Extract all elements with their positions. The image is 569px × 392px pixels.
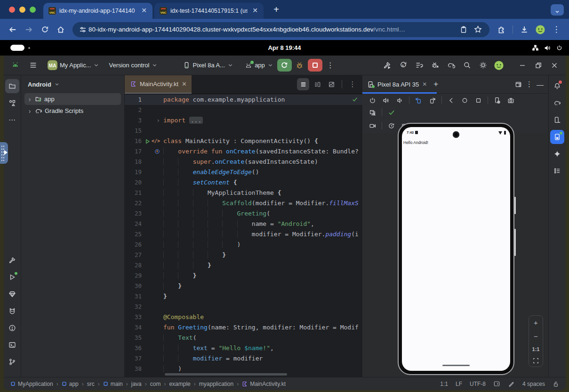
code-line-22[interactable]: 22 Scaffold(modifier = Modifier.fillMaxS bbox=[125, 198, 362, 208]
attach-debugger-button[interactable] bbox=[428, 59, 441, 72]
browser-menu-icon[interactable]: ⋮ bbox=[549, 23, 563, 37]
stop-button[interactable] bbox=[308, 59, 322, 72]
code-line-33[interactable]: 33@Composable bbox=[125, 312, 362, 322]
expand-chevron-icon[interactable]: › bbox=[27, 107, 32, 115]
code-editor[interactable]: 1package com.example.myapplication23›imp… bbox=[125, 94, 362, 377]
emulator-screen[interactable]: 7:43 Hello Android! bbox=[402, 127, 510, 371]
tool-stripe-gradle[interactable] bbox=[550, 96, 564, 110]
code-line-21[interactable]: 21 MyApplicationTheme { bbox=[125, 188, 362, 198]
vnc-control-handle[interactable] bbox=[0, 142, 8, 164]
breadcrumb-item[interactable]: com bbox=[150, 381, 161, 387]
address-bar[interactable]: 80-idx-my-android-app-1744140290428.clus… bbox=[72, 22, 489, 37]
project-view-selector[interactable]: Android bbox=[21, 75, 124, 93]
tool-stripe-problems[interactable] bbox=[5, 321, 19, 335]
tree-item-gradle-scripts[interactable]: ›Gradle Scripts bbox=[24, 105, 121, 117]
code-line-23[interactable]: 23 Greeting( bbox=[125, 208, 362, 219]
build-button[interactable] bbox=[380, 59, 393, 72]
code-line-20[interactable]: 20 setContent { bbox=[125, 177, 362, 188]
camera-button[interactable] bbox=[505, 95, 517, 106]
vol-up-button[interactable] bbox=[380, 95, 393, 106]
reset-button[interactable] bbox=[385, 120, 398, 131]
restore-window-button[interactable] bbox=[532, 59, 545, 72]
zoom-window-button[interactable] bbox=[30, 7, 36, 13]
run-list-button[interactable] bbox=[412, 59, 425, 72]
zoom-out-button[interactable]: − bbox=[534, 332, 538, 340]
highlighting-pen-icon[interactable] bbox=[508, 380, 515, 387]
nav-overview-button[interactable] bbox=[472, 95, 485, 106]
code-line-17[interactable]: 17 override fun onCreate(savedInstanceSt… bbox=[125, 146, 362, 157]
layout-options-icon[interactable] bbox=[515, 81, 522, 88]
tab-close-icon[interactable]: ✕ bbox=[182, 80, 187, 88]
more-actions-icon[interactable]: ⋮ bbox=[324, 59, 337, 72]
tool-stripe-run-tool[interactable] bbox=[5, 270, 19, 284]
tool-stripe-insights[interactable] bbox=[5, 287, 19, 301]
breadcrumb-item[interactable]: src bbox=[87, 381, 95, 387]
lock-icon[interactable] bbox=[553, 381, 559, 387]
nav-home-button[interactable] bbox=[458, 95, 471, 106]
vol-down-button[interactable] bbox=[393, 95, 406, 106]
line-separator[interactable]: LF bbox=[456, 381, 462, 387]
code-line-31[interactable]: 31} bbox=[125, 291, 362, 302]
code-line-15[interactable]: 15 bbox=[125, 126, 362, 136]
power-icon[interactable] bbox=[556, 45, 562, 51]
run-config-selector[interactable]: app bbox=[242, 58, 276, 72]
minimize-window-button[interactable] bbox=[516, 59, 529, 72]
avatar-button[interactable] bbox=[492, 59, 505, 72]
nav-back-button[interactable] bbox=[445, 95, 457, 106]
inspection-ok-icon[interactable] bbox=[352, 96, 358, 103]
minimize-window-button[interactable] bbox=[19, 7, 25, 13]
horizontal-scrollbar[interactable] bbox=[165, 373, 287, 376]
code-line-34[interactable]: 34fun Greeting(name: String, modifier: M… bbox=[125, 322, 362, 333]
rotate-left-button[interactable] bbox=[412, 95, 425, 106]
tool-stripe-more[interactable]: ⋯ bbox=[5, 113, 19, 127]
emulator-phone-frame[interactable]: 7:43 Hello Android! bbox=[398, 123, 514, 375]
profile-app-button[interactable]: A bbox=[396, 59, 409, 72]
code-line-25[interactable]: 25 modifier = Modifier.padding(i bbox=[125, 229, 362, 240]
add-device-tab-button[interactable]: + bbox=[433, 80, 438, 89]
tool-stripe-terminal[interactable] bbox=[5, 338, 19, 352]
tool-stripe-running-devices[interactable] bbox=[550, 130, 564, 144]
code-view-icon[interactable] bbox=[297, 78, 309, 90]
code-line-24[interactable]: 24 name = "Android", bbox=[125, 219, 362, 229]
back-icon[interactable] bbox=[6, 23, 20, 37]
reload-icon[interactable] bbox=[38, 23, 52, 37]
code-line-29[interactable]: 29 } bbox=[125, 271, 362, 281]
new-tab-button[interactable]: + bbox=[270, 4, 282, 15]
tool-stripe-gemini[interactable] bbox=[550, 147, 564, 161]
panel-options-icon[interactable]: ⋮ bbox=[526, 80, 533, 88]
breadcrumb-item[interactable]: MainActivity.kt bbox=[242, 381, 286, 387]
caret-position[interactable]: 1:1 bbox=[440, 381, 448, 387]
tool-stripe-device-manager[interactable] bbox=[550, 113, 564, 127]
debug-button[interactable] bbox=[293, 59, 306, 72]
breadcrumb-item[interactable]: app bbox=[62, 381, 79, 387]
power-button[interactable] bbox=[366, 95, 379, 106]
code-line-36[interactable]: 36 text = "Hello $name!", bbox=[125, 343, 362, 353]
screenshot-button[interactable] bbox=[366, 107, 379, 118]
tool-stripe-project[interactable] bbox=[5, 79, 19, 93]
hide-panel-icon[interactable]: — bbox=[537, 80, 544, 88]
device-selector[interactable]: Pixel 8a A... bbox=[181, 58, 236, 72]
extensions-icon[interactable] bbox=[494, 23, 508, 37]
tree-item-app[interactable]: ›app bbox=[24, 93, 121, 105]
editor-options-icon[interactable]: ⋮ bbox=[346, 78, 359, 90]
code-line-2[interactable]: 2 bbox=[125, 105, 362, 115]
site-settings-icon[interactable] bbox=[77, 23, 88, 37]
code-line-35[interactable]: 35 Text( bbox=[125, 333, 362, 343]
gradle-sync-button[interactable] bbox=[444, 59, 457, 72]
browser-tab-2[interactable]: VNC idx-test-1744140517915:1 (us ✕ bbox=[154, 3, 264, 19]
code-line-28[interactable]: 28 } bbox=[125, 260, 362, 271]
rerun-button[interactable] bbox=[277, 59, 292, 72]
confirm-check-button[interactable] bbox=[385, 107, 398, 118]
vcs-widget[interactable]: Version control bbox=[106, 58, 160, 72]
code-line-18[interactable]: 18 super.onCreate(savedInstanceState) bbox=[125, 157, 362, 167]
code-line-30[interactable]: 30 } bbox=[125, 281, 362, 291]
tool-stripe-resources[interactable] bbox=[5, 96, 19, 110]
device-tab[interactable]: Pixel 8a API 35 ✕ bbox=[367, 81, 427, 88]
search-button[interactable] bbox=[460, 59, 473, 72]
home-icon[interactable] bbox=[54, 23, 68, 37]
split-view-icon[interactable] bbox=[311, 78, 323, 90]
breadcrumb-item[interactable]: example bbox=[169, 381, 190, 387]
bookmark-star-icon[interactable] bbox=[471, 23, 485, 37]
forward-icon[interactable] bbox=[22, 23, 36, 37]
tool-stripe-notifications[interactable] bbox=[550, 79, 564, 93]
